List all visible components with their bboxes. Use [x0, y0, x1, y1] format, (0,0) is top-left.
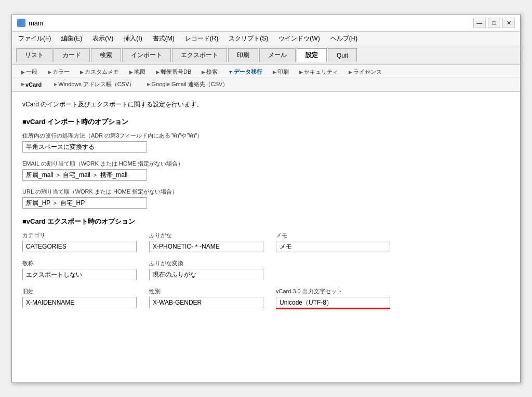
import-section-header: ■vCard インポート時のオプション: [22, 117, 510, 127]
field-gender: 性別: [149, 288, 263, 309]
address-field-group: 住所内の改行の処理方法（ADR の第3フィールド内にある"¥n"や"¥n"）: [22, 132, 510, 153]
nav-tab-datamigration[interactable]: データ移行: [224, 67, 267, 77]
field-furigana-conversion: ふりがな変換: [149, 259, 263, 280]
email-field-input[interactable]: [22, 169, 147, 181]
export-fields-row3: 旧姓 性別 vCard 3.0 出力文字セット: [22, 288, 510, 309]
export-fields-row1: カテゴリ ふりがな メモ: [22, 231, 510, 252]
category-input[interactable]: [22, 241, 137, 252]
furigana-input[interactable]: [149, 241, 263, 252]
menu-edit[interactable]: 編集(E): [59, 33, 84, 44]
toolbar-print[interactable]: 印刷: [228, 48, 258, 62]
field-memo: メモ: [276, 231, 390, 252]
export-fields-row2: 敬称 ふりがな変換: [22, 259, 510, 280]
maidenname-label: 旧姓: [22, 288, 137, 295]
charset-input[interactable]: [276, 297, 390, 309]
furigana-label: ふりがな: [149, 231, 263, 239]
furigana-conversion-input[interactable]: [149, 269, 263, 280]
email-field-label: EMAIL の割り当て順（WORK または HOME 指定がない場合）: [22, 160, 510, 168]
nav-tab-security[interactable]: セキュリティ: [295, 67, 342, 77]
field-category: カテゴリ: [22, 231, 137, 252]
toolbar-card[interactable]: カード: [54, 48, 90, 62]
field-maidenname: 旧姓: [22, 288, 137, 309]
menu-format[interactable]: 書式(M): [151, 33, 177, 44]
menu-view[interactable]: 表示(V): [90, 33, 115, 44]
content-description: vCard のインポート及びエクスポートに関する設定を行います。: [22, 100, 510, 109]
field-furigana: ふりがな: [149, 231, 263, 252]
nav-tab-print[interactable]: 印刷: [269, 67, 293, 77]
title-bar-controls: — □ ✕: [473, 18, 515, 28]
category-label: カテゴリ: [22, 231, 137, 239]
menu-bar: ファイル(F) 編集(E) 表示(V) 挿入(I) 書式(M) レコード(R) …: [12, 32, 520, 46]
field-charset: vCard 3.0 出力文字セット: [276, 288, 390, 309]
toolbar-list[interactable]: リスト: [16, 48, 52, 62]
app-icon: [17, 19, 25, 27]
menu-window[interactable]: ウインドウ(W): [276, 33, 322, 44]
nav-tabs: 一般 カラー カスタムメモ 地図 郵便番号DB 検索 データ移行 印刷 セキュリ…: [12, 65, 520, 77]
gender-input[interactable]: [149, 297, 263, 308]
address-field-input[interactable]: [22, 141, 147, 153]
gender-label: 性別: [149, 288, 263, 295]
email-field-group: EMAIL の割り当て順（WORK または HOME 指定がない場合）: [22, 160, 510, 181]
title-bar: main — □ ✕: [12, 15, 520, 32]
nav-tab-map[interactable]: 地図: [125, 67, 150, 77]
sub-tabs: vCard Windows アドレス帳（CSV） Google Gmail 連絡…: [12, 77, 520, 92]
menu-record[interactable]: レコード(R): [183, 33, 221, 44]
close-button[interactable]: ✕: [502, 18, 515, 28]
menu-insert[interactable]: 挿入(I): [122, 33, 144, 44]
honorific-input[interactable]: [22, 269, 137, 280]
maidenname-input[interactable]: [22, 297, 137, 308]
nav-tab-postal[interactable]: 郵便番号DB: [152, 67, 195, 77]
memo-label: メモ: [276, 231, 390, 239]
sub-tab-windows-csv[interactable]: Windows アドレス帳（CSV）: [50, 79, 139, 89]
content-area: vCard のインポート及びエクスポートに関する設定を行います。 ■vCard …: [12, 92, 520, 382]
url-field-input[interactable]: [22, 197, 147, 209]
nav-tab-color[interactable]: カラー: [44, 67, 74, 77]
nav-tab-custommemo[interactable]: カスタムメモ: [76, 67, 123, 77]
minimize-button[interactable]: —: [473, 18, 486, 28]
maximize-button[interactable]: □: [488, 18, 500, 28]
title-bar-left: main: [17, 19, 43, 27]
memo-input[interactable]: [276, 241, 390, 252]
export-section-header: ■vCard エクスポート時のオプション: [22, 217, 510, 226]
field-honorific: 敬称: [22, 259, 137, 280]
toolbar-export[interactable]: エクスポート: [172, 48, 227, 62]
toolbar: リスト カード 検索 インポート エクスポート 印刷 メール 設定 Quit: [12, 46, 520, 65]
toolbar-search[interactable]: 検索: [91, 48, 121, 62]
address-field-label: 住所内の改行の処理方法（ADR の第3フィールド内にある"¥n"や"¥n"）: [22, 132, 510, 140]
menu-file[interactable]: ファイル(F): [16, 33, 53, 44]
furigana-conversion-label: ふりがな変換: [149, 259, 263, 267]
nav-tab-search[interactable]: 検索: [197, 67, 222, 77]
main-window: main — □ ✕ ファイル(F) 編集(E) 表示(V) 挿入(I) 書式(…: [11, 14, 521, 383]
nav-tab-general[interactable]: 一般: [17, 67, 42, 77]
menu-script[interactable]: スクリプト(S): [227, 33, 270, 44]
url-field-group: URL の割り当て順（WORK または HOME 指定がない場合）: [22, 188, 510, 209]
menu-help[interactable]: ヘルプ(H): [328, 33, 360, 44]
toolbar-import[interactable]: インポート: [122, 48, 171, 62]
sub-tab-vcard[interactable]: vCard: [17, 79, 46, 89]
toolbar-mail[interactable]: メール: [259, 48, 296, 62]
url-field-label: URL の割り当て順（WORK または HOME 指定がない場合）: [22, 188, 510, 196]
sub-tab-gmail-csv[interactable]: Google Gmail 連絡先（CSV）: [143, 79, 232, 89]
window-title: main: [29, 19, 43, 27]
toolbar-quit[interactable]: Quit: [328, 48, 357, 62]
honorific-label: 敬称: [22, 259, 137, 267]
toolbar-settings[interactable]: 設定: [297, 48, 327, 62]
charset-label: vCard 3.0 出力文字セット: [276, 288, 390, 295]
nav-tab-license[interactable]: ライセンス: [344, 67, 386, 77]
